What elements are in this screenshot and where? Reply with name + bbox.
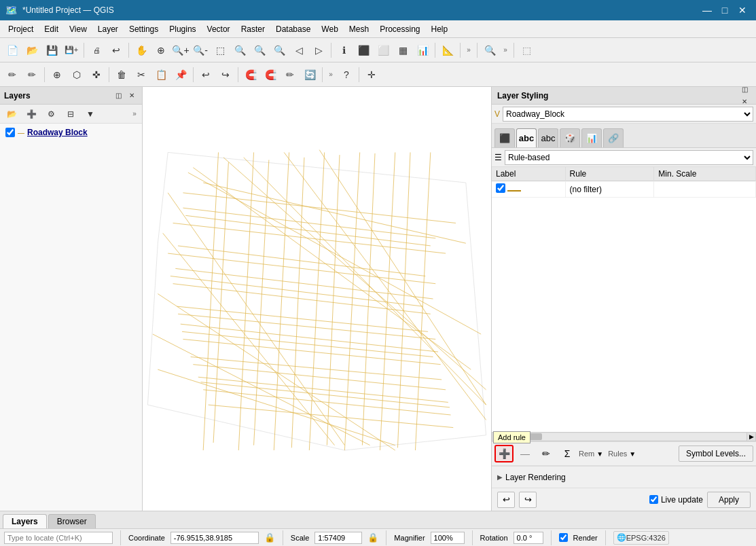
- toolbar-more[interactable]: »: [463, 41, 474, 60]
- scroll-left-arrow[interactable]: ◀: [492, 432, 501, 441]
- rules-scrollbar[interactable]: ◀ ▶: [492, 432, 756, 441]
- layers-open-button[interactable]: ◫: [112, 90, 124, 102]
- coordinate-input[interactable]: [170, 532, 259, 544]
- paste-button[interactable]: 📌: [171, 65, 190, 84]
- pan-map-button[interactable]: ⊕: [151, 41, 170, 60]
- statistics-button[interactable]: 📊: [413, 41, 432, 60]
- zoom-rubber-button[interactable]: ⬚: [211, 41, 230, 60]
- scroll-right-arrow[interactable]: ▶: [746, 432, 756, 441]
- copy-button[interactable]: 📋: [151, 65, 170, 84]
- filter-layer-button[interactable]: ⚙: [41, 105, 60, 124]
- measure-button[interactable]: 📐: [438, 41, 457, 60]
- toolbar2-more[interactable]: »: [325, 65, 336, 84]
- rotate-button[interactable]: 🔄: [300, 65, 319, 84]
- zoom-last-button[interactable]: ◁: [289, 41, 308, 60]
- move-button[interactable]: ✜: [87, 65, 106, 84]
- node-tool-button[interactable]: ⊕: [48, 65, 67, 84]
- menu-help[interactable]: Help: [426, 23, 454, 35]
- menu-settings[interactable]: Settings: [124, 23, 164, 35]
- scale-input[interactable]: [314, 532, 362, 544]
- magnifier-input[interactable]: [431, 532, 465, 544]
- crosshair-button[interactable]: ✛: [362, 65, 381, 84]
- digitize-button[interactable]: ✏: [3, 65, 22, 84]
- tab-symbology[interactable]: ⬛: [494, 128, 515, 147]
- add-rule-button[interactable]: ➕: [494, 445, 514, 462]
- menu-view[interactable]: View: [64, 23, 92, 35]
- dropdown-arrow[interactable]: ▼: [596, 450, 603, 458]
- save-button[interactable]: 💾: [42, 41, 61, 60]
- add-layer-button[interactable]: ➕: [22, 105, 41, 124]
- layer-checkbox[interactable]: [5, 128, 15, 137]
- layer-name[interactable]: Roadway Block: [27, 128, 88, 137]
- styling-undo-button[interactable]: ↩: [497, 492, 515, 508]
- tab-mask[interactable]: abc: [538, 128, 558, 147]
- table-row[interactable]: (no filter): [492, 181, 756, 198]
- close-button[interactable]: ✕: [734, 2, 751, 18]
- menu-edit[interactable]: Edit: [39, 23, 64, 35]
- remove-rule-button[interactable]: —: [516, 445, 535, 462]
- open-button[interactable]: 📂: [22, 41, 41, 60]
- snapping-button[interactable]: 🧲: [241, 65, 260, 84]
- maximize-button[interactable]: □: [717, 2, 733, 18]
- edit-rule-button[interactable]: ✏: [537, 445, 556, 462]
- styling-float-button[interactable]: ◫: [738, 84, 751, 96]
- print-button[interactable]: 🖨: [87, 41, 106, 60]
- deselect-button[interactable]: ⬜: [374, 41, 393, 60]
- menu-layer[interactable]: Layer: [92, 23, 124, 35]
- snapping2-button[interactable]: 🧲: [261, 65, 280, 84]
- rules-table-area[interactable]: Label Rule Min. Scale (no filter): [492, 167, 756, 432]
- collapse-layer-button[interactable]: ⊟: [61, 105, 80, 124]
- menu-plugins[interactable]: Plugins: [164, 23, 201, 35]
- styling-redo-button[interactable]: ↪: [519, 492, 537, 508]
- delete-button[interactable]: 🗑: [112, 65, 131, 84]
- renderer-dropdown[interactable]: Rule-based: [505, 150, 753, 165]
- undo2-button[interactable]: ↩: [196, 65, 215, 84]
- menu-vector[interactable]: Vector: [202, 23, 236, 35]
- layers-close-button[interactable]: ✕: [126, 90, 138, 102]
- layers-toolbar-more[interactable]: »: [129, 105, 140, 124]
- identify-button[interactable]: ℹ: [334, 41, 353, 60]
- zoom-out-button[interactable]: 🔍-: [191, 41, 210, 60]
- scroll-thumb[interactable]: [501, 433, 542, 440]
- layer-item[interactable]: — Roadway Block: [3, 126, 139, 139]
- cut-button[interactable]: ✂: [132, 65, 151, 84]
- edit-button[interactable]: ✏: [22, 65, 41, 84]
- tab-labels[interactable]: abc: [516, 128, 537, 147]
- locate-input[interactable]: [4, 532, 113, 544]
- help-button[interactable]: ?: [337, 65, 356, 84]
- layer-rendering-triangle[interactable]: ▶: [497, 473, 503, 481]
- scroll-track[interactable]: [501, 433, 746, 440]
- new-button[interactable]: 📄: [3, 41, 22, 60]
- zoom-full-button[interactable]: 🔍: [230, 41, 249, 60]
- pan-button[interactable]: ✋: [132, 41, 151, 60]
- render-checkbox[interactable]: [559, 533, 568, 542]
- tab-fields[interactable]: 🔗: [603, 128, 624, 147]
- minimize-button[interactable]: —: [699, 2, 715, 18]
- select-button[interactable]: ⬛: [354, 41, 373, 60]
- open-layer-button[interactable]: 📂: [2, 105, 21, 124]
- zoom-selection-button[interactable]: 🔍: [270, 41, 289, 60]
- layer-select-dropdown[interactable]: Roadway_Block: [503, 107, 753, 122]
- menu-database[interactable]: Database: [270, 23, 316, 35]
- save-as-button[interactable]: 💾+: [62, 41, 81, 60]
- tab-3d[interactable]: 🎲: [560, 128, 580, 147]
- digitize2-button[interactable]: ✏: [281, 65, 300, 84]
- move-layer-button[interactable]: ▼: [81, 105, 100, 124]
- tab-diagrams[interactable]: 📊: [581, 128, 602, 147]
- refine-rule-button[interactable]: Σ: [558, 445, 577, 462]
- menu-raster[interactable]: Raster: [236, 23, 270, 35]
- attribute-table-button[interactable]: ▦: [393, 41, 412, 60]
- zoom-next-button[interactable]: ▷: [309, 41, 328, 60]
- epsg-button[interactable]: 🌐 EPSG:4326: [613, 531, 669, 545]
- rule-checkbox[interactable]: [496, 183, 505, 193]
- map-canvas[interactable]: [143, 87, 491, 511]
- tab-browser[interactable]: Browser: [48, 514, 96, 528]
- redo2-button[interactable]: ↪: [216, 65, 235, 84]
- zoom-layer-button[interactable]: 🔍: [250, 41, 269, 60]
- menu-processing[interactable]: Processing: [374, 23, 425, 35]
- rotation-input[interactable]: [514, 532, 543, 544]
- rules-dropdown-arrow[interactable]: ▼: [629, 450, 636, 458]
- menu-project[interactable]: Project: [3, 23, 39, 35]
- zoom-in-button[interactable]: 🔍+: [171, 41, 190, 60]
- menu-mesh[interactable]: Mesh: [344, 23, 374, 35]
